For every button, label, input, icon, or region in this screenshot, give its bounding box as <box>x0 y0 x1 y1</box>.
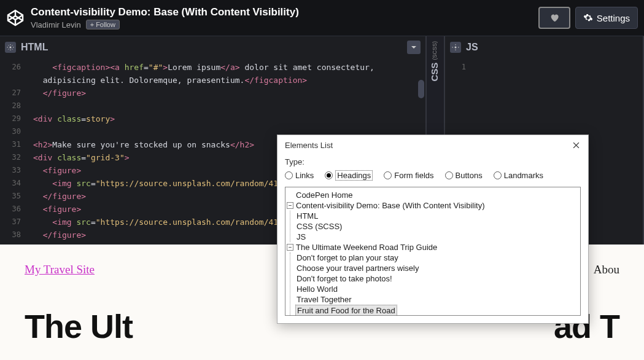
tree-item[interactable]: CodePen Home <box>295 190 354 200</box>
css-panel-title: CSS <box>429 63 440 82</box>
type-radio-group: Links Headings Form fields Buttons Landm… <box>285 170 581 181</box>
gear-icon <box>7 44 14 51</box>
radio-landmarks[interactable]: Landmarks <box>494 171 543 180</box>
follow-button[interactable]: + Follow <box>86 20 120 29</box>
gear-icon <box>583 13 593 23</box>
svg-point-3 <box>10 47 12 49</box>
tree-item[interactable]: Don't forget to plan your stay <box>295 252 400 263</box>
tree-item[interactable]: Travel Together <box>295 294 353 305</box>
codepen-logo[interactable] <box>6 9 25 27</box>
scrollbar-thumb[interactable] <box>418 80 424 98</box>
tree-item[interactable]: Choose your travel partners wisely <box>295 263 420 273</box>
tree-item[interactable]: JS <box>295 232 307 242</box>
settings-button[interactable]: Settings <box>575 7 638 29</box>
radio-headings[interactable]: Headings <box>325 170 373 181</box>
radio-form-fields[interactable]: Form fields <box>384 171 433 180</box>
chevron-down-icon <box>411 44 417 50</box>
type-label: Type: <box>285 157 581 166</box>
headings-tree[interactable]: CodePen Home −Content-visibility Demo: B… <box>285 187 581 316</box>
line-gutter: 26 27282930313233343536373839 <box>0 61 26 245</box>
tree-item[interactable]: Content-visibility Demo: Base (With Cont… <box>295 200 486 211</box>
page-title: Content-visibility Demo: Base (With Cont… <box>31 6 538 18</box>
tree-collapse-icon[interactable]: − <box>287 202 293 209</box>
html-dropdown-button[interactable] <box>407 41 421 54</box>
elements-list-dialog: Elements List Type: Links Headings Form … <box>277 135 589 324</box>
tree-item[interactable]: CSS (SCSS) <box>295 221 343 232</box>
tree-item[interactable]: Don't forget to take photos! <box>295 273 394 284</box>
nav-about-link[interactable]: Abou <box>594 263 619 276</box>
tree-item[interactable]: Hello World <box>295 284 339 294</box>
settings-label: Settings <box>597 13 630 23</box>
tree-item[interactable]: The Ultimate Weekend Road Trip Guide <box>295 242 438 252</box>
close-button[interactable] <box>571 140 581 150</box>
js-gear-button[interactable] <box>450 42 461 53</box>
css-panel-subtitle: (SCSS) <box>432 41 438 60</box>
js-panel-title: JS <box>466 42 478 53</box>
svg-point-4 <box>455 47 457 49</box>
author-name[interactable]: Vladimir Levin <box>31 20 81 29</box>
close-icon <box>573 142 580 149</box>
heart-icon <box>549 13 559 23</box>
tree-collapse-icon[interactable]: − <box>287 244 293 251</box>
radio-links[interactable]: Links <box>285 171 314 180</box>
app-header: Content-visibility Demo: Base (With Cont… <box>0 0 644 36</box>
dialog-title: Elements List <box>285 141 333 150</box>
like-button[interactable] <box>538 7 570 29</box>
site-title-link[interactable]: My Travel Site <box>25 263 95 276</box>
html-gear-button[interactable] <box>5 42 16 53</box>
radio-buttons[interactable]: Buttons <box>445 171 483 180</box>
gear-icon <box>452 44 459 51</box>
tree-item[interactable]: HTML <box>295 211 319 221</box>
html-panel-title: HTML <box>21 42 48 53</box>
tree-item-selected[interactable]: Fruit and Food for the Road <box>295 305 397 316</box>
